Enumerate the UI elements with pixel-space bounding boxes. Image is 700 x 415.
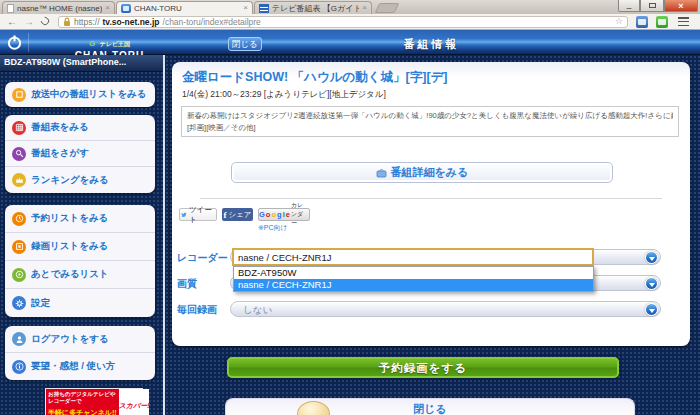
recorder-label: レコーダー [177, 251, 228, 265]
sidebar-group: ログアウトをする 要望・感想 / 使い方 [5, 326, 155, 380]
gear-icon [12, 296, 26, 310]
sidebar-item-watch-later[interactable]: あとでみるリスト [5, 261, 155, 289]
crown-icon [12, 173, 26, 187]
program-schedule: 1/4(金) 21:00～23:29 [よみうりテレビ][地上デジタル] [182, 89, 386, 101]
browser-menu-icon[interactable] [678, 17, 689, 26]
repeat-record-select-pill[interactable]: しない [230, 301, 661, 317]
logo-small-text: テレビ王国 [100, 41, 130, 47]
header-divider [28, 33, 29, 52]
browser-toolbar: ← → https://tv.so-net.ne.jp/chan-toru/in… [0, 14, 700, 30]
ad-brand-area: スカパー! [119, 389, 150, 415]
site-header: G テレビ王国 CHAN-TORU 閉じる 番組情報 [0, 30, 700, 55]
main-content: 金曜ロードSHOW! 「ハウルの動く城」[字][デ] 1/4(金) 21:00～… [163, 55, 700, 415]
window-controls: – × [618, 0, 698, 12]
tab-title: テレビ番組表 【Gガイド. [272, 3, 359, 14]
tab-close-icon[interactable]: × [243, 4, 248, 12]
record-list-icon [12, 240, 26, 254]
url-scheme: https:// [74, 17, 100, 27]
sidebar: BDZ-AT950W (SmartPhone... 放送中の番組リストをみる 番… [0, 55, 163, 415]
tab-chan-toru[interactable]: CHAN-TORU × [116, 1, 253, 14]
program-info-card: 金曜ロードSHOW! 「ハウルの動く城」[字][デ] 1/4(金) 21:00～… [172, 62, 690, 346]
program-detail-button[interactable]: 番組詳細をみる [231, 162, 613, 183]
sidebar-item-reservation-list[interactable]: 予約リストをみる [5, 205, 155, 233]
reload-button[interactable] [41, 17, 50, 26]
sidebar-group: 予約リストをみる 録画リストをみる あとでみるリスト 設定 [5, 205, 155, 317]
chan-toru-favicon-icon [121, 4, 131, 13]
chevron-down-icon[interactable] [645, 303, 658, 316]
person-icon [12, 332, 26, 346]
bookmark-star-icon[interactable]: ☆ [615, 17, 623, 26]
dropdown-option[interactable]: BDZ-AT950W [234, 267, 593, 279]
page-favicon-icon [7, 4, 14, 13]
repeat-record-label: 毎回録画 [177, 303, 217, 317]
back-button[interactable]: ← [7, 17, 17, 27]
close-panel[interactable]: 閉じる [225, 398, 635, 415]
program-description-box: 新春の幕開けはスタジオジブリ2週連続放送第一弾「ハウルの動く城」!90歳の少女?… [181, 106, 679, 137]
new-tab-button[interactable] [375, 3, 400, 13]
divider [200, 198, 662, 199]
tab-tv-guide[interactable]: テレビ番組表 【Gガイド. × [254, 1, 372, 14]
pc-only-note: ※PC向け [258, 223, 288, 233]
tab-title: CHAN-TORU [134, 4, 240, 13]
search-icon [12, 147, 26, 161]
tv-icon [376, 168, 387, 178]
ad-text-area: お持ちのデジタルテレビや レコーダーで 手軽に多チャンネル!! [46, 389, 119, 415]
program-title: 金曜ロードSHOW! 「ハウルの動く城」[字][デ] [182, 69, 448, 86]
device-header[interactable]: BDZ-AT950W (SmartPhone... [0, 55, 163, 72]
live-list-icon [12, 88, 26, 102]
twitter-bird-icon [180, 211, 187, 219]
chevron-down-icon[interactable] [645, 251, 658, 264]
clock-icon [12, 212, 26, 226]
skyperfect-logo: スカパー! [119, 401, 150, 411]
https-padlock-icon [63, 17, 71, 27]
grid-icon [12, 121, 26, 135]
tab-title: nasne™ HOME (nasne) [17, 4, 102, 13]
sidebar-item-feedback-help[interactable]: 要望・感想 / 使い方 [5, 353, 155, 380]
program-description: 新春の幕開けはスタジオジブリ2週連続放送第一弾「ハウルの動く城」!90歳の少女?… [187, 110, 673, 122]
recorder-select-focused[interactable]: nasne / CECH-ZNR1J [232, 248, 594, 266]
url-path: /chan-toru/index#detailpre [163, 17, 261, 27]
power-icon[interactable] [6, 34, 23, 51]
browser-window: nasne™ HOME (nasne) × CHAN-TORU × テレビ番組表… [0, 0, 700, 415]
repeat-record-value: しない [243, 304, 272, 317]
record-reservation-button[interactable]: 予約録画をする [227, 357, 619, 378]
url-host: tv.so-net.ne.jp [103, 17, 160, 27]
quality-label: 画質 [177, 277, 197, 291]
skyperfect-ad-banner[interactable]: お持ちのデジタルテレビや レコーダーで 手軽に多チャンネル!! スカパー! [45, 388, 143, 415]
forward-button[interactable]: → [24, 17, 34, 27]
sidebar-item-now-broadcasting[interactable]: 放送中の番組リストをみる [5, 82, 155, 107]
sidebar-group: 番組表をみる 番組をさがす ランキングをみる [5, 115, 155, 193]
recorder-dropdown-list: BDZ-AT950W nasne / CECH-ZNR1J [233, 266, 594, 292]
tab-close-icon[interactable]: × [362, 4, 367, 12]
sidebar-item-logout[interactable]: ログアウトをする [5, 326, 155, 353]
sidebar-item-recording-list[interactable]: 録画リストをみる [5, 233, 155, 261]
window-maximize-button[interactable] [640, 0, 664, 12]
address-bar[interactable]: https://tv.so-net.ne.jp/chan-toru/index#… [58, 16, 628, 28]
info-icon [12, 360, 26, 374]
browser-tab-strip: nasne™ HOME (nasne) × CHAN-TORU × テレビ番組表… [0, 0, 700, 14]
sidebar-item-search-programs[interactable]: 番組をさがす [5, 141, 155, 167]
tab-nasne-home[interactable]: nasne™ HOME (nasne) × [2, 1, 115, 14]
sidebar-group: 放送中の番組リストをみる [5, 82, 155, 107]
gguide-favicon-icon [259, 4, 269, 13]
dropdown-option-selected[interactable]: nasne / CECH-ZNR1J [234, 279, 593, 291]
sidebar-item-ranking[interactable]: ランキングをみる [5, 167, 155, 193]
tab-close-icon[interactable]: × [105, 4, 110, 12]
extension-icon[interactable] [636, 16, 648, 28]
google-calendar-button[interactable]: Google カレンダー [258, 208, 310, 221]
facebook-share-button[interactable]: f シェア [222, 208, 253, 221]
play-circle-icon [12, 268, 26, 282]
tweet-button[interactable]: ツイート [179, 208, 217, 221]
close-button-label[interactable]: 閉じる [226, 402, 634, 415]
program-genre: [邦画][映画／その他] [187, 122, 673, 134]
window-close-button[interactable]: × [664, 0, 698, 12]
chevron-down-icon[interactable] [645, 277, 658, 290]
window-minimize-button[interactable]: – [618, 0, 640, 12]
facebook-f-icon: f [223, 210, 226, 220]
page-title: 番組情報 [163, 37, 700, 52]
logo-g-icon: G [89, 39, 95, 48]
sidebar-item-program-guide[interactable]: 番組表をみる [5, 115, 155, 141]
sidebar-item-settings[interactable]: 設定 [5, 289, 155, 317]
extension-icon[interactable] [656, 16, 668, 28]
